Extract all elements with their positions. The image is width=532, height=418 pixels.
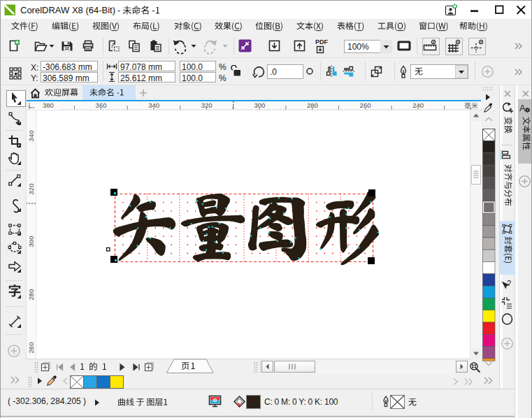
svg-text:?: ? xyxy=(507,279,511,287)
svg-text:A: A xyxy=(519,103,526,113)
